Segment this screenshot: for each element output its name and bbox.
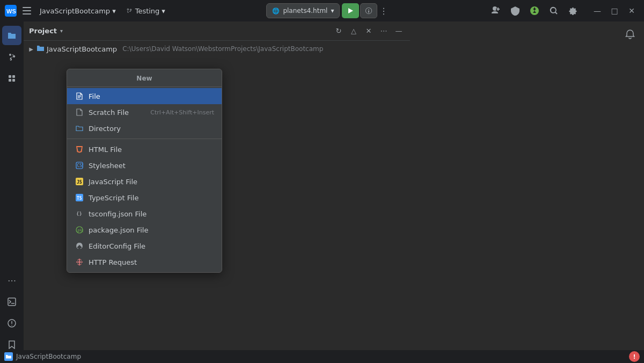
file-item-label: File bbox=[89, 92, 214, 100]
css-icon: CSS bbox=[75, 161, 84, 170]
window-controls: — □ ✕ bbox=[589, 3, 640, 18]
sidebar-item-project[interactable] bbox=[2, 26, 21, 45]
run-more-button[interactable]: ⋮ bbox=[377, 3, 390, 18]
tree-root-arrow: ▶ bbox=[28, 46, 34, 52]
svg-rect-4 bbox=[12, 75, 15, 78]
plugins-icon[interactable] bbox=[527, 3, 542, 18]
menu-item-stylesheet[interactable]: CSS Stylesheet bbox=[67, 157, 222, 173]
ts-icon: TS bbox=[75, 193, 84, 202]
typescript-label: TypeScript File bbox=[89, 194, 214, 202]
sidebar-item-terminal[interactable] bbox=[2, 292, 21, 311]
run-config-arrow: ▾ bbox=[331, 7, 334, 14]
tsconfig-icon: {} bbox=[75, 209, 84, 219]
project-dropdown-arrow: ▾ bbox=[112, 7, 116, 15]
panel-sync-button[interactable]: ↻ bbox=[333, 25, 345, 37]
ws-logo: WS bbox=[4, 4, 17, 17]
settings-icon[interactable] bbox=[566, 3, 581, 18]
project-name-label: JavaScriptBootcamp bbox=[40, 7, 110, 15]
bottom-project-icon bbox=[4, 352, 13, 361]
tree-root-path: C:\Users\David Watson\WebstormProjects\J… bbox=[122, 45, 323, 53]
sidebar-item-vcs[interactable] bbox=[2, 47, 21, 67]
main-layout: ⋯ Project ▾ ↻ △ ✕ ⋯ — ▶ bbox=[0, 21, 644, 363]
folder-icon bbox=[36, 45, 45, 53]
branch-dropdown-arrow: ▾ bbox=[162, 7, 165, 15]
http-request-icon bbox=[75, 257, 84, 267]
menu-item-http-request[interactable]: HTTP Request bbox=[67, 254, 222, 270]
menu-item-scratch-file[interactable]: Scratch File Ctrl+Alt+Shift+Insert bbox=[67, 104, 222, 120]
svg-text:JS: JS bbox=[77, 180, 82, 185]
hamburger-menu[interactable] bbox=[20, 4, 33, 17]
package-json-label: package.json File bbox=[89, 226, 214, 234]
scratch-file-shortcut: Ctrl+Alt+Shift+Insert bbox=[150, 109, 214, 116]
svg-text:pkg: pkg bbox=[78, 228, 84, 233]
svg-text:{}: {} bbox=[76, 211, 82, 216]
svg-marker-2 bbox=[348, 8, 353, 13]
project-panel: Project ▾ ↻ △ ✕ ⋯ — ▶ JavaScriptBootcamp… bbox=[24, 21, 410, 363]
maximize-button[interactable]: □ bbox=[606, 3, 623, 18]
context-menu: New File Scratch File Ctrl+Alt+Shift+Ins… bbox=[67, 69, 222, 273]
menu-item-package-json[interactable]: pkg package.json File bbox=[67, 222, 222, 238]
add-user-button[interactable] bbox=[488, 3, 503, 18]
bottom-error-badge[interactable]: ! bbox=[629, 351, 640, 362]
scratch-file-icon bbox=[75, 107, 84, 117]
menu-item-editorconfig[interactable]: EditorConfig File bbox=[67, 238, 222, 254]
menu-item-typescript[interactable]: TS TypeScript File bbox=[67, 190, 222, 206]
menu-item-tsconfig[interactable]: {} tsconfig.json File bbox=[67, 206, 222, 222]
menu-item-file[interactable]: File bbox=[67, 88, 222, 104]
branch-name-label: Testing bbox=[135, 7, 160, 15]
panel-collapse-button[interactable]: △ bbox=[348, 25, 360, 37]
bottom-project-label: JavaScriptBootcamp bbox=[16, 353, 81, 360]
run-config-file-icon: 🌐 bbox=[272, 8, 280, 14]
directory-icon bbox=[75, 124, 84, 133]
menu-item-html[interactable]: HTML File bbox=[67, 141, 222, 157]
menu-item-directory[interactable]: Directory bbox=[67, 120, 222, 136]
sidebar-item-more[interactable]: ⋯ bbox=[2, 271, 21, 290]
panel-options-button[interactable]: ⋯ bbox=[378, 25, 390, 37]
sidebar-item-plugins[interactable] bbox=[2, 69, 21, 88]
project-name-dropdown[interactable]: JavaScriptBootcamp ▾ bbox=[36, 5, 119, 17]
debug-icon bbox=[365, 7, 372, 14]
minimize-button[interactable]: — bbox=[589, 3, 605, 18]
svg-text:TS: TS bbox=[77, 196, 82, 201]
search-icon[interactable] bbox=[546, 3, 561, 18]
http-request-label: HTTP Request bbox=[89, 258, 214, 266]
panel-title-arrow[interactable]: ▾ bbox=[60, 28, 63, 34]
branch-icon bbox=[126, 7, 133, 14]
sidebar-bottom: ⋯ bbox=[2, 271, 21, 359]
panel-close-button[interactable]: ✕ bbox=[363, 25, 375, 37]
svg-rect-5 bbox=[9, 79, 11, 82]
svg-text:CSS: CSS bbox=[77, 163, 84, 168]
tsconfig-label: tsconfig.json File bbox=[89, 210, 214, 218]
run-config-dropdown[interactable]: 🌐 planets4.html ▾ bbox=[266, 3, 340, 18]
editorconfig-label: EditorConfig File bbox=[89, 242, 214, 250]
html-label: HTML File bbox=[89, 146, 214, 154]
left-sidebar: ⋯ bbox=[0, 21, 24, 363]
svg-text:WS: WS bbox=[6, 8, 16, 14]
project-tree: ▶ JavaScriptBootcamp C:\Users\David Wats… bbox=[24, 41, 410, 57]
scratch-file-label: Scratch File bbox=[89, 108, 146, 117]
collab-icon[interactable] bbox=[508, 3, 523, 18]
directory-label: Directory bbox=[89, 125, 214, 133]
panel-header: Project ▾ ↻ △ ✕ ⋯ — bbox=[24, 21, 410, 41]
run-play-icon bbox=[347, 8, 354, 14]
panel-title: Project bbox=[29, 27, 57, 35]
svg-rect-6 bbox=[12, 79, 15, 82]
titlebar: WS JavaScriptBootcamp ▾ Testing ▾ 🌐 plan… bbox=[0, 0, 644, 21]
menu-item-javascript[interactable]: JS JavaScript File bbox=[67, 173, 222, 190]
javascript-label: JavaScript File bbox=[89, 178, 214, 186]
tree-root-item[interactable]: ▶ JavaScriptBootcamp C:\Users\David Wats… bbox=[24, 43, 410, 55]
bottom-bar: JavaScriptBootcamp ! bbox=[0, 350, 644, 363]
js-icon: JS bbox=[75, 177, 84, 186]
notification-bell[interactable] bbox=[623, 27, 638, 42]
panel-minimize-button[interactable]: — bbox=[393, 25, 405, 37]
sidebar-item-problems[interactable] bbox=[2, 314, 21, 333]
branch-selector[interactable]: Testing ▾ bbox=[122, 5, 169, 17]
html-icon bbox=[75, 144, 84, 154]
svg-rect-7 bbox=[8, 298, 16, 306]
right-content-area bbox=[410, 21, 644, 363]
menu-separator-1 bbox=[67, 139, 222, 139]
run-config-label: planets4.html bbox=[283, 7, 327, 14]
run-button[interactable] bbox=[342, 3, 359, 18]
debug-button[interactable] bbox=[360, 3, 377, 18]
close-button[interactable]: ✕ bbox=[624, 3, 640, 18]
